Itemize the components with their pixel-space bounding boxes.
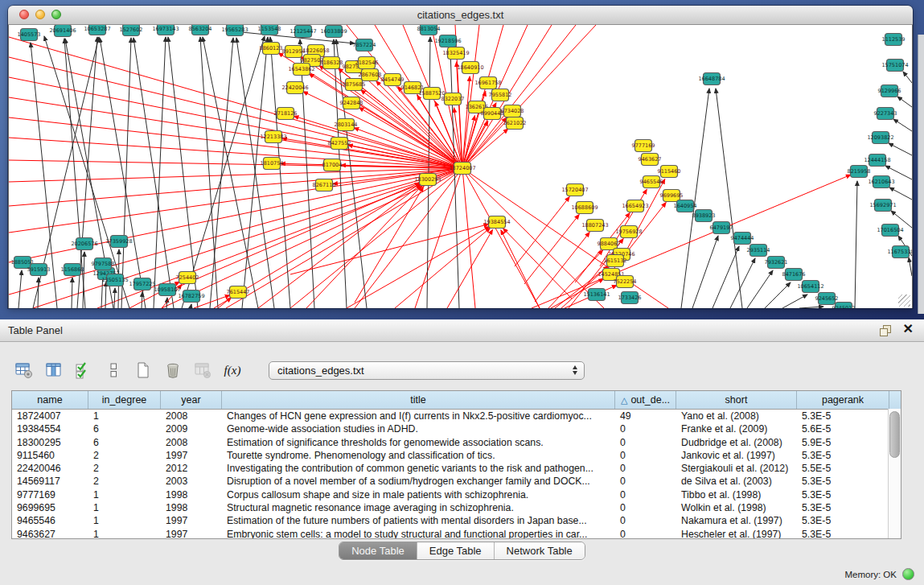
cell-name: 18724007 xyxy=(12,410,88,422)
graph-node-label: 18640910 xyxy=(457,64,483,71)
graph-node-label: 7522254 xyxy=(614,278,637,285)
column-header-title[interactable]: title xyxy=(222,391,615,409)
table-panel: Table Panel ✕ f(x) citations_edges.txt xyxy=(0,319,924,563)
selection-mode-icon[interactable] xyxy=(74,360,93,380)
column-header-out_de[interactable]: △out_de... xyxy=(615,391,676,409)
graph-node-label: 1405573 xyxy=(18,31,41,38)
cell-name: 9777169 xyxy=(12,488,88,501)
graph-edge xyxy=(747,270,773,308)
cell-in_degree: 1 xyxy=(88,501,161,514)
float-panel-icon[interactable] xyxy=(880,325,890,336)
scrollbar-thumb[interactable] xyxy=(889,411,900,458)
graph-edge xyxy=(9,160,462,168)
graph-edge xyxy=(44,36,129,308)
tab-edge-table[interactable]: Edge Table xyxy=(417,542,495,559)
graph-edge xyxy=(897,97,912,107)
cell-name: 9699695 xyxy=(12,501,88,514)
graph-edge xyxy=(524,215,579,284)
graph-node-label: 19565283 xyxy=(221,27,248,33)
table-panel-header: Table Panel ✕ xyxy=(0,319,924,342)
cell-in_degree: 6 xyxy=(88,422,161,435)
graph-node-label: 7932621 xyxy=(765,259,788,266)
table-row[interactable]: 911546021997Tourette syndrome. Phenomeno… xyxy=(12,449,901,462)
network-graph[interactable]: 1872400718300295193845541405573206914061… xyxy=(9,25,912,308)
delete-table-icon[interactable] xyxy=(163,360,183,380)
column-header-year[interactable]: year xyxy=(161,391,222,409)
graph-node-label: 8813054 xyxy=(417,26,441,32)
function-builder-icon[interactable]: f(x) xyxy=(223,360,242,380)
graph-node-label: 12093822 xyxy=(867,134,893,141)
table-row[interactable]: 1456911722003Disruption of a novel membe… xyxy=(12,475,901,488)
table-row[interactable]: 946554611997Estimation of the future num… xyxy=(12,514,901,527)
network-canvas[interactable]: 1872400718300295193845541405573206914061… xyxy=(8,25,913,308)
graph-node-label: 19756928 xyxy=(615,229,642,235)
cell-in_degree: 6 xyxy=(88,436,161,449)
table-selector-dropdown[interactable]: citations_edges.txt xyxy=(269,361,585,380)
graph-node-label: 12213383 xyxy=(260,134,286,140)
graph-node-label: 2935114 xyxy=(747,247,770,253)
cell-year: 1997 xyxy=(161,528,222,539)
table-settings-icon[interactable] xyxy=(14,360,34,380)
cell-out_de: 0 xyxy=(615,514,676,527)
graph-node-label: 18325419 xyxy=(442,50,469,56)
import-table-disabled-icon xyxy=(193,360,212,380)
graph-node-label: 7955812 xyxy=(489,92,512,98)
cell-out_de: 0 xyxy=(615,488,676,501)
graph-node-label: 8563204 xyxy=(189,26,212,32)
table-row[interactable]: 2242004622012Investigating the contribut… xyxy=(12,462,901,475)
graph-edge xyxy=(270,37,290,308)
graph-node-label: 9245012 xyxy=(832,305,856,308)
show-columns-icon[interactable] xyxy=(44,360,64,380)
close-panel-icon[interactable]: ✕ xyxy=(903,321,914,336)
cell-name: 9115460 xyxy=(12,449,88,462)
cell-in_degree: 1 xyxy=(88,514,161,527)
table-row[interactable]: 977716911998Corpus callosum shape and si… xyxy=(12,488,901,501)
graph-edge xyxy=(855,181,857,308)
graph-node-label: 15136141 xyxy=(583,291,610,298)
table-row[interactable]: 969969511998Structural magnetic resonanc… xyxy=(12,501,901,514)
graph-edge xyxy=(903,72,912,83)
graph-node-label: 20206576 xyxy=(71,241,97,247)
tab-node-table[interactable]: Node Table xyxy=(339,542,417,559)
column-header-short[interactable]: short xyxy=(676,391,797,409)
graph-edge xyxy=(909,257,912,276)
graph-edge xyxy=(191,304,191,308)
column-header-name[interactable]: name xyxy=(12,391,88,409)
vertical-scrollbar[interactable] xyxy=(888,409,901,538)
table-row[interactable]: 1830029562008Estimation of significance … xyxy=(12,436,901,449)
network-window-titlebar[interactable]: citations_edges.txt xyxy=(8,6,913,25)
cell-out_de: 0 xyxy=(615,462,676,475)
table-row[interactable]: 1938455462009Genome-wide association stu… xyxy=(12,422,901,435)
table-row[interactable]: 1872400712008Changes of HCN gene express… xyxy=(12,410,901,422)
graph-node-label: 7615447 xyxy=(227,289,250,295)
graph-node-label: 16648784 xyxy=(698,76,725,82)
graph-node-label: 16543862 xyxy=(288,66,314,72)
column-header-pagerank[interactable]: pagerank xyxy=(797,391,889,409)
graph-edge xyxy=(395,228,491,308)
cell-year: 2008 xyxy=(161,436,222,449)
resize-grip-icon[interactable] xyxy=(898,295,910,307)
row-height-icon[interactable] xyxy=(104,360,123,380)
cell-in_degree: 2 xyxy=(88,462,161,475)
graph-edge xyxy=(105,282,106,308)
graph-node-label: 18226058 xyxy=(302,47,329,54)
graph-edge xyxy=(166,298,167,308)
table-row[interactable]: 946362711997Embryonic stem cells: a mode… xyxy=(12,528,901,539)
graph-node-label: 1156868 xyxy=(61,266,84,273)
graph-node-label: 18807243 xyxy=(581,222,608,229)
graph-edge xyxy=(730,258,755,308)
graph-node-label: 9875685 xyxy=(343,81,366,88)
cell-pagerank: 5.9E-5 xyxy=(797,436,889,449)
graph-node-label: 9463627 xyxy=(639,156,662,163)
graph-node-label: 17957225 xyxy=(129,281,155,287)
graph-node-label: 19384554 xyxy=(483,219,510,225)
column-header-in_degree[interactable]: in_degree xyxy=(88,391,161,409)
graph-node-label: 3915913 xyxy=(27,266,51,273)
tab-network-table[interactable]: Network Table xyxy=(495,542,585,559)
graph-node-label: 9129966 xyxy=(878,88,901,94)
cell-out_de: 0 xyxy=(615,528,676,539)
cell-title: Structural magnetic resonance image aver… xyxy=(222,501,615,514)
graph-node-label: 1810754 xyxy=(261,160,284,167)
graph-edge xyxy=(893,119,912,131)
new-table-icon[interactable] xyxy=(133,360,153,380)
